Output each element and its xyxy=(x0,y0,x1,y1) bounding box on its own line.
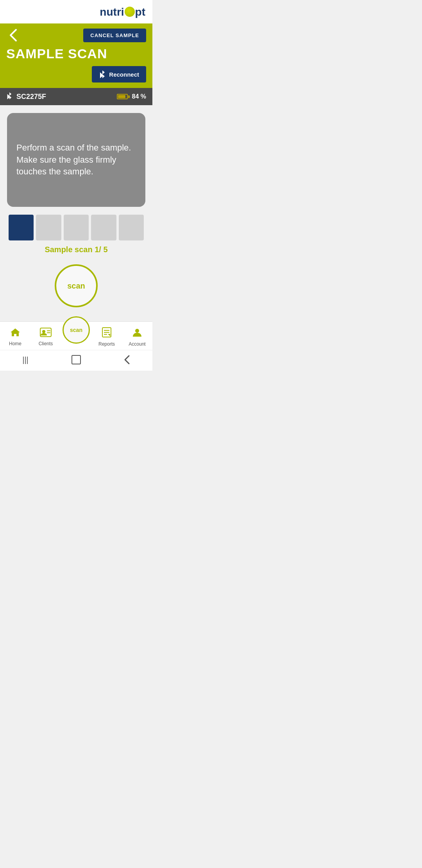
scan-instruction: Perform a scan of the sample. Make sure … xyxy=(16,142,136,178)
nav-item-reports[interactable]: Reports xyxy=(91,325,122,349)
nav-label-account: Account xyxy=(129,341,145,347)
system-menu-button[interactable]: ||| xyxy=(18,355,33,364)
svg-point-1 xyxy=(42,330,45,333)
system-back-icon xyxy=(124,355,130,365)
scan-button-section: scan xyxy=(7,260,145,314)
reconnect-button[interactable]: Reconnect xyxy=(92,66,146,82)
svg-rect-2 xyxy=(47,330,50,331)
back-arrow-icon xyxy=(9,28,18,42)
system-home-button[interactable] xyxy=(68,355,84,364)
reports-svg xyxy=(102,327,112,337)
nav-label-home: Home xyxy=(9,341,21,346)
nav-item-account[interactable]: Account xyxy=(122,325,152,349)
back-button[interactable] xyxy=(6,28,20,42)
progress-block-1 xyxy=(9,215,34,240)
scan-card: Perform a scan of the sample. Make sure … xyxy=(7,113,145,207)
scan-circle-nav[interactable]: scan xyxy=(63,316,90,344)
nav-label-clients: Clients xyxy=(39,341,53,346)
system-back-button[interactable] xyxy=(119,355,135,364)
scan-nav-label: scan xyxy=(70,327,82,333)
logo-nutri-text: nutri xyxy=(100,6,124,18)
system-home-icon xyxy=(72,355,81,364)
toolbar: CANCEL SAMPLE SAMPLE SCAN Reconnect xyxy=(0,23,152,88)
reconnect-label: Reconnect xyxy=(109,71,139,78)
system-nav-bar: ||| xyxy=(0,350,152,371)
bottom-nav: Home Clients scan xyxy=(0,321,152,350)
device-bar: SC2275F 84 % xyxy=(0,88,152,105)
nutriopt-logo: nutri pt xyxy=(100,6,145,18)
scan-button[interactable]: scan xyxy=(55,264,98,307)
battery-percent: 84 % xyxy=(132,93,146,100)
account-svg xyxy=(132,327,142,337)
bluetooth-device-svg xyxy=(6,92,13,100)
nav-label-reports: Reports xyxy=(98,341,115,347)
menu-lines-icon: ||| xyxy=(22,355,29,364)
logo-header: nutri pt xyxy=(0,0,152,23)
nav-item-home[interactable]: Home xyxy=(0,325,30,349)
battery-body xyxy=(117,94,128,99)
progress-block-4 xyxy=(91,215,116,240)
bluetooth-device-icon xyxy=(6,92,13,101)
svg-rect-3 xyxy=(47,332,50,333)
home-icon xyxy=(10,328,20,339)
reports-icon xyxy=(102,327,112,340)
progress-blocks xyxy=(9,215,144,240)
logo-circle xyxy=(125,7,135,17)
progress-block-3 xyxy=(64,215,89,240)
cancel-sample-button[interactable]: CANCEL SAMPLE xyxy=(83,29,146,42)
clients-icon xyxy=(40,328,52,339)
progress-section: Sample scan 1/ 5 xyxy=(7,215,145,254)
device-bar-left: SC2275F xyxy=(6,92,46,101)
reconnect-row: Reconnect xyxy=(6,66,146,82)
nav-item-scan[interactable]: scan xyxy=(61,325,91,349)
progress-label: Sample scan 1/ 5 xyxy=(9,245,144,254)
battery-fill xyxy=(118,95,125,98)
battery-tip xyxy=(128,95,130,98)
battery-icon xyxy=(117,94,130,99)
logo-opt-text: pt xyxy=(135,6,145,18)
toolbar-top-row: CANCEL SAMPLE xyxy=(6,28,146,42)
nav-item-clients[interactable]: Clients xyxy=(30,325,61,349)
battery-indicator: 84 % xyxy=(117,93,146,100)
account-icon xyxy=(132,327,142,340)
main-content: Perform a scan of the sample. Make sure … xyxy=(0,105,152,321)
progress-block-5 xyxy=(119,215,144,240)
svg-point-8 xyxy=(135,329,139,333)
home-svg xyxy=(10,328,20,337)
clients-svg xyxy=(40,328,52,337)
progress-block-2 xyxy=(36,215,61,240)
device-id: SC2275F xyxy=(16,93,46,101)
bluetooth-icon xyxy=(99,70,106,79)
page-title: SAMPLE SCAN xyxy=(6,46,146,61)
bluetooth-svg xyxy=(99,70,106,79)
